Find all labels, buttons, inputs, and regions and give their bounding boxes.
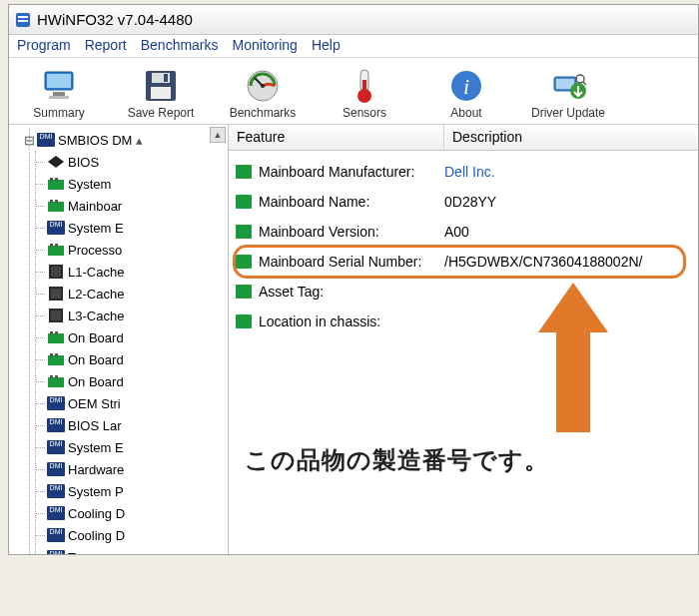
tree-item[interactable]: DMISystem P	[45, 480, 228, 502]
svg-rect-35	[51, 267, 61, 277]
svg-rect-27	[55, 178, 58, 181]
svg-rect-28	[48, 202, 64, 212]
tool-about[interactable]: i About	[428, 68, 504, 120]
svg-rect-26	[50, 178, 53, 181]
list-row[interactable]: Mainboard Name:0D28YY	[229, 187, 698, 217]
feature-cell: Mainboard Manufacturer:	[255, 164, 444, 180]
tree-item-icon: DMI	[47, 483, 65, 499]
tree-item-label: OEM Stri	[68, 396, 121, 411]
svg-rect-39	[51, 310, 61, 320]
feature-cell: Mainboard Serial Number:	[255, 254, 444, 270]
tree-item[interactable]: L3-Cache	[45, 305, 228, 326]
tree-item[interactable]: BIOS	[45, 151, 228, 173]
tree-item[interactable]: DMIOEM Stri	[45, 392, 228, 414]
svg-rect-32	[50, 244, 53, 247]
gauge-icon	[245, 68, 281, 104]
list-row[interactable]: Mainboard Manufacturer:Dell Inc.	[229, 157, 698, 187]
tree-item-icon: DMI	[47, 439, 65, 455]
tree-item[interactable]: DMISystem E	[45, 436, 228, 458]
tree-item-label: L2-Cache	[68, 287, 124, 302]
feature-cell: Mainboard Version:	[255, 224, 444, 240]
svg-rect-46	[48, 377, 64, 387]
menu-program[interactable]: Program	[17, 37, 71, 53]
list-row[interactable]: Asset Tag:	[229, 277, 698, 307]
tree-item[interactable]: L1-Cache	[45, 261, 228, 283]
svg-rect-40	[48, 333, 64, 343]
dmi-icon: DMI	[37, 132, 55, 148]
info-icon: i	[448, 68, 484, 104]
tree-item[interactable]: DMISystem E	[45, 217, 228, 239]
tree-item[interactable]: DMITempera	[45, 546, 228, 554]
tree-item[interactable]: On Board	[45, 326, 228, 348]
tree-item[interactable]: Processo	[45, 239, 228, 261]
col-feature[interactable]: Feature	[229, 125, 444, 150]
svg-rect-37	[51, 289, 61, 299]
tree-item[interactable]: On Board	[45, 348, 228, 370]
svg-rect-45	[55, 353, 58, 356]
tree-item-icon	[47, 242, 65, 258]
menu-benchmarks[interactable]: Benchmarks	[141, 37, 219, 53]
tree-item-icon	[47, 154, 65, 170]
list-header: Feature Description	[229, 125, 698, 151]
list-row[interactable]: Mainboard Version:A00	[229, 217, 698, 247]
menu-help[interactable]: Help	[312, 37, 341, 53]
tree-item[interactable]: On Board	[45, 370, 228, 392]
col-description[interactable]: Description	[444, 125, 698, 150]
svg-rect-30	[55, 200, 58, 203]
titlebar: HWiNFO32 v7.04-4480	[9, 5, 698, 35]
tree-item[interactable]: DMIBIOS Lar	[45, 414, 228, 436]
tree-item-icon	[47, 351, 65, 367]
feature-icon	[233, 255, 255, 269]
tree-item-icon: DMI	[47, 395, 65, 411]
feature-icon	[233, 314, 255, 328]
app-icon	[15, 12, 31, 28]
tree-item-label: Cooling D	[68, 528, 125, 543]
description-cell[interactable]: Dell Inc.	[444, 164, 698, 180]
tree-item[interactable]: DMICooling D	[45, 502, 228, 524]
tool-sensors-label: Sensors	[343, 106, 386, 120]
tree-panel[interactable]: ▲ ⊟ DMI SMBIOS DM ▴ BIOSSystemMainboarDM…	[9, 125, 229, 554]
tree-item[interactable]: L2-Cache	[45, 283, 228, 305]
tool-save-label: Save Report	[128, 106, 195, 120]
tree-item-icon	[47, 264, 65, 280]
description-cell: A00	[444, 224, 698, 240]
tree-item-label: On Board	[68, 352, 124, 367]
tree-item-label: System P	[68, 484, 124, 499]
tree-item-icon	[47, 176, 65, 192]
truncate-icon: ▴	[136, 133, 143, 148]
tree-item[interactable]: System	[45, 173, 228, 195]
description-cell: 0D28YY	[444, 194, 698, 210]
list-rows: Mainboard Manufacturer:Dell Inc.Mainboar…	[229, 151, 698, 342]
svg-rect-2	[18, 20, 28, 22]
tree-item-icon: DMI	[47, 220, 65, 236]
list-row[interactable]: Location in chassis:	[229, 307, 698, 336]
tree-item-label: System E	[68, 440, 124, 455]
list-panel: Feature Description Mainboard Manufactur…	[229, 125, 698, 554]
tree-item[interactable]: DMIHardware	[45, 458, 228, 480]
description-cell: /H5GDWBX/CN73604188002N/	[444, 254, 698, 270]
feature-icon	[233, 285, 255, 299]
tool-summary-label: Summary	[33, 106, 84, 120]
tree-item[interactable]: Mainboar	[45, 195, 228, 217]
svg-rect-5	[53, 92, 65, 96]
tree-item[interactable]: DMICooling D	[45, 524, 228, 546]
menu-report[interactable]: Report	[85, 37, 127, 53]
list-row[interactable]: Mainboard Serial Number:/H5GDWBX/CN73604…	[229, 247, 698, 277]
tree-item-label: Cooling D	[68, 506, 125, 521]
tool-bench-label: Benchmarks	[230, 106, 297, 120]
feature-cell: Mainboard Name:	[255, 194, 444, 210]
tree-item-label: BIOS	[68, 155, 99, 170]
tree-item-icon	[47, 373, 65, 389]
tree-root[interactable]: ⊟ DMI SMBIOS DM ▴	[23, 129, 228, 151]
tool-summary[interactable]: Summary	[21, 68, 97, 120]
tool-sensors[interactable]: Sensors	[327, 68, 402, 120]
tool-benchmarks[interactable]: Benchmarks	[225, 68, 301, 120]
feature-icon	[233, 195, 255, 209]
tool-save-report[interactable]: Save Report	[123, 68, 199, 120]
menu-monitoring[interactable]: Monitoring	[233, 37, 298, 53]
monitor-icon	[41, 68, 77, 104]
tool-driver-update[interactable]: Driver Update	[530, 68, 606, 120]
tree-item-label: Processo	[68, 243, 122, 258]
tree-item-icon	[47, 286, 65, 302]
tool-about-label: About	[450, 106, 481, 120]
